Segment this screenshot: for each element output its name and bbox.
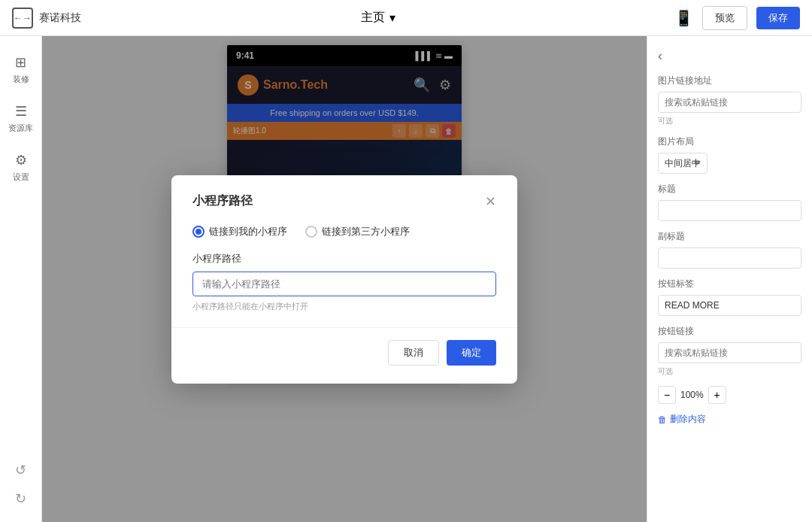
header-right: 📱 预览 保存 bbox=[674, 6, 800, 30]
image-link-hint: 可选 bbox=[658, 116, 801, 126]
center-content: 9:41 ▌▌▌ ≋ ▬ S Sarno.Tech 🔍 ⚙ Free shipp… bbox=[42, 36, 647, 522]
mini-path-input[interactable] bbox=[192, 272, 496, 296]
image-link-label: 图片链接地址 bbox=[658, 74, 801, 87]
phone-preview-icon[interactable]: 📱 bbox=[674, 9, 693, 27]
main-layout: ⊞ 装修 ☰ 资源库 ⚙ 设置 ↺ ↻ 9:41 ▌▌▌ ≋ ▬ bbox=[0, 36, 812, 522]
cancel-button[interactable]: 取消 bbox=[388, 340, 439, 366]
image-link-input[interactable] bbox=[658, 92, 801, 113]
save-button[interactable]: 保存 bbox=[756, 7, 800, 29]
modal-field-label: 小程序路径 bbox=[192, 252, 496, 266]
modal-title: 小程序路径 bbox=[192, 193, 253, 209]
zoom-plus-button[interactable]: + bbox=[708, 386, 726, 404]
zoom-minus-button[interactable]: − bbox=[658, 386, 676, 404]
modal-dialog: 小程序路径 ✕ 链接到我的小程序 链接到第三方小程序 小程序路径 bbox=[171, 175, 517, 384]
title-label: 标题 bbox=[658, 183, 801, 196]
sidebar-decoration-label: 装修 bbox=[13, 74, 29, 85]
modal-divider bbox=[171, 327, 517, 328]
preview-button[interactable]: 预览 bbox=[702, 6, 747, 30]
delete-content-label: 删除内容 bbox=[670, 413, 706, 426]
page-select-arrow-icon: ▾ bbox=[389, 11, 395, 25]
image-layout-label: 图片布局 bbox=[658, 135, 801, 148]
radio-my-mini-circle bbox=[192, 226, 205, 238]
subtitle-label: 副标题 bbox=[658, 230, 801, 243]
button-link-hint: 可选 bbox=[658, 366, 801, 377]
page-select-label: 主页 bbox=[361, 10, 385, 26]
confirm-button[interactable]: 确定 bbox=[447, 340, 496, 366]
header-left: ←→ 赛诺科技 bbox=[12, 8, 81, 29]
modal-overlay[interactable]: 小程序路径 ✕ 链接到我的小程序 链接到第三方小程序 小程序路径 bbox=[42, 36, 647, 522]
sidebar-settings-label: 设置 bbox=[13, 171, 29, 183]
redo-button[interactable]: ↻ bbox=[12, 487, 29, 510]
modal-footer: 取消 确定 bbox=[192, 340, 496, 366]
right-sidebar: ‹ 图片链接地址 可选 图片布局 中间居中 标题 副标题 按钮标签 按钮链接 可… bbox=[647, 36, 812, 522]
undo-button[interactable]: ↺ bbox=[12, 459, 29, 481]
sidebar-bottom: ↺ ↻ bbox=[12, 459, 29, 522]
radio-third-party-circle bbox=[305, 226, 317, 238]
title-input[interactable] bbox=[658, 200, 801, 221]
radio-third-party-label: 链接到第三方小程序 bbox=[322, 225, 410, 238]
button-link-input[interactable] bbox=[658, 342, 801, 363]
settings-icon: ⚙ bbox=[15, 152, 27, 168]
sidebar-item-settings[interactable]: ⚙ 设置 bbox=[3, 146, 39, 189]
sidebar-item-assets[interactable]: ☰ 资源库 bbox=[3, 97, 39, 140]
modal-radio-row: 链接到我的小程序 链接到第三方小程序 bbox=[192, 225, 496, 238]
decoration-icon: ⊞ bbox=[15, 54, 26, 71]
zoom-value: 100% bbox=[680, 390, 704, 400]
button-label-label: 按钮标签 bbox=[658, 278, 801, 290]
radio-option-third-party[interactable]: 链接到第三方小程序 bbox=[305, 225, 410, 238]
button-link-label: 按钮链接 bbox=[658, 325, 801, 338]
header-center: 主页 ▾ bbox=[361, 10, 395, 26]
company-name: 赛诺科技 bbox=[39, 11, 81, 25]
delete-icon: 🗑 bbox=[658, 414, 667, 425]
left-sidebar: ⊞ 装修 ☰ 资源库 ⚙ 设置 ↺ ↻ bbox=[0, 36, 42, 522]
zoom-row: − 100% + bbox=[658, 386, 801, 404]
subtitle-input[interactable] bbox=[658, 247, 801, 269]
app-logo-icon: ←→ bbox=[12, 8, 33, 29]
delete-content-button[interactable]: 🗑 删除内容 bbox=[658, 413, 801, 426]
image-layout-select[interactable]: 中间居中 bbox=[658, 153, 707, 174]
modal-hint: 小程序路径只能在小程序中打开 bbox=[192, 301, 496, 312]
sidebar-item-decoration[interactable]: ⊞ 装修 bbox=[3, 48, 39, 91]
modal-header: 小程序路径 ✕ bbox=[192, 193, 496, 210]
back-button[interactable]: ‹ bbox=[658, 48, 801, 64]
radio-option-my-mini[interactable]: 链接到我的小程序 bbox=[192, 225, 287, 238]
button-label-input[interactable] bbox=[658, 295, 801, 316]
radio-my-mini-label: 链接到我的小程序 bbox=[209, 225, 287, 238]
modal-close-button[interactable]: ✕ bbox=[485, 193, 496, 210]
assets-icon: ☰ bbox=[15, 103, 27, 120]
header: ←→ 赛诺科技 主页 ▾ 📱 预览 保存 bbox=[0, 0, 812, 36]
sidebar-assets-label: 资源库 bbox=[8, 123, 33, 134]
